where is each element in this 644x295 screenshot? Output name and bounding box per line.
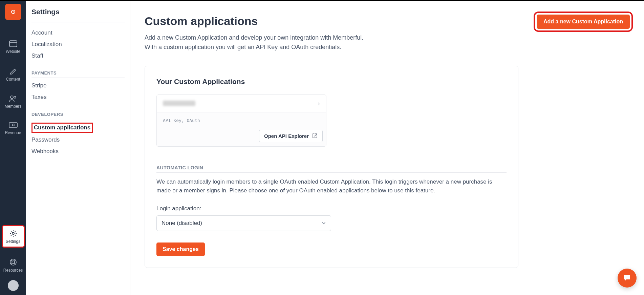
application-name-redacted	[163, 101, 195, 106]
svg-point-5	[14, 96, 16, 98]
nav-revenue[interactable]: Revenue	[2, 119, 25, 138]
chat-icon	[623, 274, 631, 282]
browser-icon	[9, 40, 17, 47]
chevron-right-icon: ›	[318, 100, 320, 107]
card-title: Your Custom Applications	[156, 78, 507, 86]
select-value: None (disabled)	[162, 220, 202, 227]
nav-website[interactable]: Website	[2, 37, 25, 57]
settings-title: Settings	[31, 8, 125, 22]
pencil-icon	[9, 67, 17, 75]
svg-rect-6	[9, 123, 17, 127]
nav-label: Website	[6, 49, 20, 54]
settings-section-payments: PAYMENTS	[31, 62, 125, 78]
chat-launcher[interactable]	[618, 269, 637, 288]
settings-link-passwords[interactable]: Passwords	[31, 134, 125, 146]
main-content: Custom applications Add a new Custom App…	[130, 1, 644, 295]
settings-link-account[interactable]: Account	[31, 27, 125, 39]
nav-label: Resources	[3, 268, 23, 273]
application-meta: API Key, OAuth	[157, 112, 326, 127]
nav-content[interactable]: Content	[2, 64, 25, 84]
nav-label: Settings	[6, 239, 20, 244]
custom-applications-card: Your Custom Applications › API Key, OAut…	[145, 66, 518, 268]
settings-link-taxes[interactable]: Taxes	[31, 91, 125, 103]
open-api-explorer-button[interactable]: Open API Explorer	[259, 130, 323, 142]
primary-nav: Website Content Members Revenue Settings…	[0, 1, 26, 295]
button-label: Open API Explorer	[264, 133, 309, 139]
user-avatar[interactable]	[8, 280, 19, 291]
settings-link-stripe[interactable]: Stripe	[31, 80, 125, 91]
settings-link-custom-applications[interactable]: Custom applications	[31, 123, 93, 133]
nav-label: Members	[4, 104, 21, 109]
nav-resources[interactable]: Resources	[2, 255, 25, 275]
money-icon	[9, 122, 18, 128]
svg-point-1	[13, 12, 14, 13]
login-application-label: Login application:	[156, 205, 507, 212]
people-icon	[9, 95, 18, 102]
login-application-select[interactable]: None (disabled)	[156, 215, 331, 231]
svg-point-4	[10, 96, 13, 99]
nav-members[interactable]: Members	[2, 92, 25, 111]
svg-point-10	[12, 261, 15, 264]
svg-rect-2	[9, 41, 17, 47]
settings-link-staff[interactable]: Staff	[31, 50, 125, 62]
add-custom-application-button[interactable]: Add a new Custom Application	[537, 15, 630, 29]
page-title: Custom applications	[145, 15, 363, 28]
settings-link-localization[interactable]: Localization	[31, 39, 125, 50]
brand-logo[interactable]	[5, 4, 21, 20]
chevron-down-icon	[321, 221, 326, 226]
lifebuoy-icon	[9, 258, 17, 266]
save-changes-button[interactable]: Save changes	[156, 243, 205, 256]
nav-label: Content	[6, 77, 20, 82]
settings-link-webhooks[interactable]: Webhooks	[31, 146, 125, 157]
settings-sidebar: Settings Account Localization Staff PAYM…	[26, 1, 130, 295]
svg-point-7	[12, 124, 14, 126]
automatic-login-header: AUTOMATIC LOGIN	[156, 165, 507, 173]
application-row[interactable]: ›	[157, 95, 326, 112]
page-subtitle-1: Add a new Custom Application and develop…	[145, 33, 363, 43]
nav-settings[interactable]: Settings	[2, 225, 25, 248]
nav-label: Revenue	[5, 130, 21, 135]
external-link-icon	[312, 133, 318, 139]
svg-point-8	[12, 232, 14, 234]
automatic-login-description: We can automatically login members to a …	[156, 177, 507, 195]
page-subtitle-2: With a custom application you will get a…	[145, 43, 363, 52]
gear-icon	[9, 230, 17, 237]
logo-icon	[11, 9, 16, 14]
application-item: › API Key, OAuth Open API Explorer	[156, 94, 326, 147]
settings-section-developers: DEVELOPERS	[31, 103, 125, 119]
